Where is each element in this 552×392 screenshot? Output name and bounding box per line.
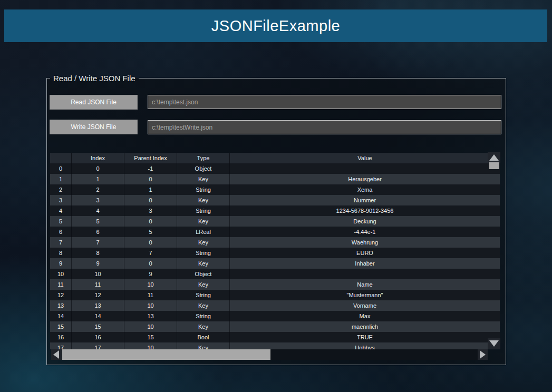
cell-parent-index: 9 [124, 269, 177, 279]
cell-type: String [177, 248, 230, 258]
cell-value: Max [230, 311, 500, 321]
cell-parent-index: 0 [124, 237, 177, 248]
cell-type: Key [177, 258, 230, 269]
cell-rownum: 14 [50, 311, 72, 321]
cell-type: String [177, 205, 230, 216]
cell-type: Key [177, 174, 230, 184]
cell-parent-index: 0 [124, 258, 177, 269]
table-row[interactable]: 131310KeyVorname [50, 300, 500, 311]
cell-index: 5 [72, 216, 124, 227]
cell-rownum: 8 [50, 248, 72, 258]
cell-parent-index: 7 [124, 248, 177, 258]
read-path-input[interactable] [148, 95, 501, 109]
cell-value: 1234-5678-9012-3456 [230, 205, 500, 216]
cell-index: 10 [72, 269, 124, 279]
write-path-input[interactable] [148, 120, 501, 134]
table-row[interactable]: 141413StringMax [50, 311, 500, 321]
cell-index: 15 [72, 321, 124, 332]
cell-value: -4.44e-1 [230, 227, 500, 237]
cell-value: TRUE [230, 332, 500, 342]
cell-parent-index: 15 [124, 332, 177, 342]
cell-index: 16 [72, 332, 124, 342]
cell-value: Herausgeber [230, 174, 500, 184]
table-row[interactable]: 111110KeyName [50, 279, 500, 290]
cell-rownum: 4 [50, 205, 72, 216]
cell-parent-index: 3 [124, 205, 177, 216]
scroll-down-button[interactable] [488, 338, 500, 349]
table-row[interactable]: 151510Keymaennlich [50, 321, 500, 332]
table-row[interactable]: 121211String"Mustermann" [50, 290, 500, 300]
cell-index: 12 [72, 290, 124, 300]
table-row[interactable]: 990KeyInhaber [50, 258, 500, 269]
scroll-right-button[interactable] [478, 349, 488, 360]
table-row[interactable]: 171710KeyHobbys [50, 342, 500, 349]
table-row[interactable]: 665LReal-4.44e-1 [50, 227, 500, 237]
cell-rownum: 5 [50, 216, 72, 227]
header-cell-rownum[interactable] [50, 153, 72, 163]
table-row[interactable]: 10109Object [50, 269, 500, 279]
cell-type: String [177, 290, 230, 300]
cell-type: Key [177, 321, 230, 332]
table-row[interactable]: 110KeyHerausgeber [50, 174, 500, 184]
read-json-button[interactable]: Read JSON File [50, 95, 138, 110]
cell-type: Bool [177, 332, 230, 342]
cell-rownum: 11 [50, 279, 72, 290]
panel-legend: Read / Write JSON File [50, 74, 139, 83]
horizontal-scroll-thumb[interactable] [62, 349, 270, 360]
table-row[interactable]: 161615BoolTRUE [50, 332, 500, 342]
app-window: JSONFileExample Read / Write JSON File R… [0, 0, 552, 392]
header-cell-index[interactable]: Index [72, 153, 124, 163]
cell-rownum: 9 [50, 258, 72, 269]
header-cell-type[interactable]: Type [177, 153, 230, 163]
header-cell-parent-index[interactable]: Parent Index [124, 153, 177, 163]
scroll-left-button[interactable] [51, 349, 61, 360]
cell-type: Key [177, 195, 230, 205]
cell-type: Key [177, 216, 230, 227]
cell-rownum: 10 [50, 269, 72, 279]
cell-rownum: 15 [50, 321, 72, 332]
app-title: JSONFileExample [211, 17, 340, 35]
write-json-button[interactable]: Write JSON File [50, 120, 138, 134]
table-row[interactable]: 330KeyNummer [50, 195, 500, 205]
cell-parent-index: 1 [124, 184, 177, 195]
cell-type: Key [177, 300, 230, 311]
cell-index: 13 [72, 300, 124, 311]
cell-value: "Mustermann" [230, 290, 500, 300]
cell-value: Hobbys [230, 342, 500, 349]
cell-index: 11 [72, 279, 124, 290]
table-row[interactable]: 887StringEURO [50, 248, 500, 258]
table-row[interactable]: 443String1234-5678-9012-3456 [50, 205, 500, 216]
table-row[interactable]: 770KeyWaehrung [50, 237, 500, 248]
cell-rownum: 7 [50, 237, 72, 248]
cell-index: 14 [72, 311, 124, 321]
table-row[interactable]: 550KeyDeckung [50, 216, 500, 227]
cell-value: Name [230, 279, 500, 290]
cell-value: Deckung [230, 216, 500, 227]
cell-parent-index: 5 [124, 227, 177, 237]
cell-value: Nummer [230, 195, 500, 205]
scroll-up-button[interactable] [488, 152, 500, 163]
cell-parent-index: 13 [124, 311, 177, 321]
table-row[interactable]: 00-1Object [50, 163, 500, 174]
table-header: IndexParent IndexTypeValue [50, 153, 500, 163]
cell-index: 6 [72, 227, 124, 237]
cell-parent-index: 0 [124, 174, 177, 184]
table-row[interactable]: 221StringXema [50, 184, 500, 195]
cell-rownum: 2 [50, 184, 72, 195]
cell-index: 8 [72, 248, 124, 258]
up-arrow-icon [489, 154, 499, 161]
cell-type: Key [177, 342, 230, 349]
cell-parent-index: -1 [124, 163, 177, 174]
cell-rownum: 16 [50, 332, 72, 342]
cell-parent-index: 10 [124, 300, 177, 311]
json-table: IndexParent IndexTypeValue 00-1Object110… [50, 153, 500, 349]
header-cell-value[interactable]: Value [230, 153, 500, 163]
cell-parent-index: 10 [124, 279, 177, 290]
cell-type: Key [177, 279, 230, 290]
cell-parent-index: 10 [124, 342, 177, 349]
cell-value: Xema [230, 184, 500, 195]
cell-rownum: 17 [50, 342, 72, 349]
cell-value: maennlich [230, 321, 500, 332]
vertical-scroll-thumb[interactable] [489, 162, 499, 169]
cell-parent-index: 0 [124, 195, 177, 205]
